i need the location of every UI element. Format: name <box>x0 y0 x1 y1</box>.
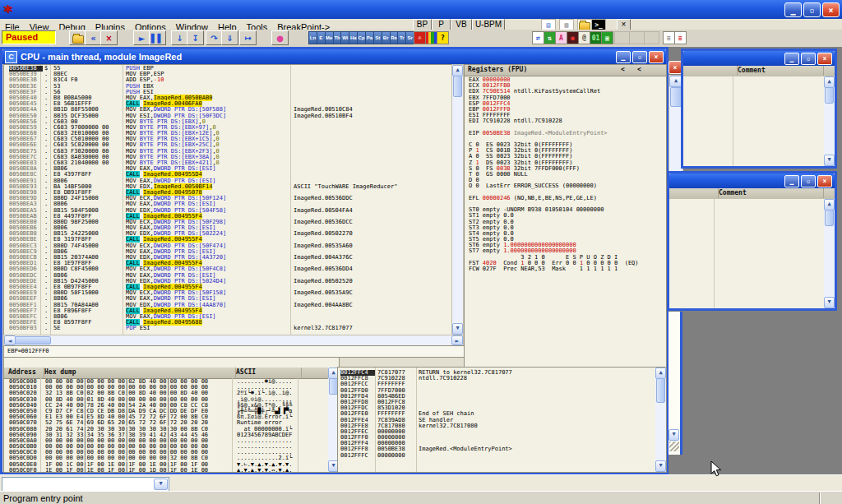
dropdown-icon[interactable]: ▼ <box>154 479 168 490</box>
animate-into-icon[interactable]: ↧ <box>187 30 204 45</box>
scroll-up-icon[interactable]: ▲ <box>824 76 835 88</box>
minimize-button[interactable]: ▁ <box>784 175 799 187</box>
open-file-icon[interactable] <box>69 30 86 45</box>
pause-icon[interactable]: ▌▌ <box>149 30 166 45</box>
close-button[interactable]: × <box>817 53 832 65</box>
page-icon[interactable]: ≡ <box>663 31 675 44</box>
help-icon[interactable]: ? <box>437 31 449 44</box>
scroll-down-icon[interactable]: ▼ <box>669 429 679 441</box>
stack-scrollbar[interactable]: ▲ ▼ <box>655 368 666 472</box>
animate-over-icon[interactable]: ⇓ <box>221 30 238 45</box>
step-over-icon[interactable]: ↷ <box>206 30 223 45</box>
disasm-row[interactable]: 0050BEFE.E8 8597F8FFCALL ImageRed.004956… <box>4 320 451 326</box>
scroll-up-icon[interactable]: ▲ <box>655 368 666 379</box>
appearance-icon[interactable] <box>425 31 437 44</box>
stack-row[interactable]: 0012FFFC00000000 <box>338 453 655 459</box>
registers-header[interactable]: Registers (FPU) < < <box>465 65 666 76</box>
empty-slot-icon[interactable] <box>644 31 659 44</box>
run-icon[interactable]: ► <box>133 30 150 45</box>
close-button[interactable]: × <box>649 51 664 63</box>
close-process-icon[interactable]: × <box>100 30 118 45</box>
disasm-row[interactable]: 0050BE9D.8B0D 24F15000MOV ECX,DWORD PTR … <box>4 196 451 201</box>
hexdump-pane[interactable]: Address Hex dump ASCII 0050C00000 00 00 … <box>3 357 340 473</box>
register-line[interactable]: O 0 LastErr ERROR_SUCCESS (00000000) <box>469 183 666 189</box>
scroll-thumb[interactable] <box>825 210 834 226</box>
execute-till-return-icon[interactable]: ↦ <box>239 30 257 45</box>
scroll-thumb[interactable] <box>825 87 834 104</box>
cpu-window-titlebar[interactable]: C CPU - main thread, module ImageRed ▁ ▫… <box>2 49 666 64</box>
disasm-row[interactable]: 0050BE83.C683 21040000 00MOV BYTE PTR DS… <box>4 160 451 166</box>
hexdump-headers[interactable]: Address Hex dump ASCII <box>4 368 339 379</box>
scroll-left-icon[interactable]: ◄ <box>4 335 16 345</box>
nav-left-icon[interactable]: < <box>637 65 641 75</box>
minimize-button[interactable]: ▁ <box>616 51 631 63</box>
console-icon[interactable]: >_ <box>591 19 606 30</box>
nav-left-icon[interactable]: < <box>621 65 625 75</box>
disasm-row[interactable]: 0050BE38$55PUSH EBP <box>4 66 451 72</box>
gear-icon[interactable]: ☼ <box>414 31 426 44</box>
side-window-top-titlebar[interactable]: ▁ ▫ × <box>683 51 835 66</box>
swap-panes-icon[interactable]: ⇄ <box>532 31 544 44</box>
maximize-button[interactable]: ▫ <box>801 175 816 187</box>
close-button[interactable]: × <box>822 2 840 17</box>
minimize-button[interactable]: ▁ <box>784 53 799 65</box>
cpu-window[interactable]: C CPU - main thread, module ImageRed ▁ ▫… <box>0 47 669 474</box>
scroll-thumb[interactable] <box>453 76 462 97</box>
disasm-row[interactable]: 0050BEF7.E8 F896F8FFCALL ImageRed.004955… <box>4 308 451 314</box>
empty-slot-icon[interactable] <box>614 31 630 44</box>
plugin-button-vb[interactable]: VB <box>451 19 472 30</box>
empty-slot-icon[interactable] <box>629 31 645 44</box>
breakpoint-flag-icon[interactable]: ● <box>271 30 289 45</box>
scroll-thumb[interactable] <box>656 378 665 403</box>
hardware-break-icon[interactable]: ● <box>567 31 579 44</box>
scroll-down-icon[interactable]: ▼ <box>824 297 835 308</box>
hidden-window-close-button[interactable]: × <box>669 61 682 74</box>
register-line[interactable]: FCW 027F Prec NEAR,53 Mask 1 1 1 1 1 1 <box>469 266 666 272</box>
disassembly-hscrollbar[interactable]: ◄ ► <box>3 335 464 346</box>
notes-icon[interactable]: ▤ <box>541 19 556 30</box>
side-window-middle-scrollbar[interactable]: ▲ ▼ <box>824 199 835 308</box>
hexdump-row[interactable]: 0050C0F01E 00 1F 00|1E 00 1F 00|1F 00 1D… <box>4 468 339 473</box>
register-line[interactable]: EFL 00000246 (NO,NB,E,BE,NS,PE,GE,LE) <box>469 196 666 201</box>
patch-page-icon[interactable]: ≡ <box>674 31 687 44</box>
side-window-middle[interactable]: ▁ ▫ × Comment ▲ ▼ <box>667 171 837 311</box>
log-icon[interactable]: ▥ <box>559 19 574 30</box>
sync-icon[interactable]: ⇅ <box>544 31 556 44</box>
command-input[interactable]: ▼ <box>2 477 169 492</box>
register-line[interactable]: EDI 7C910228 ntdll.7C910228 <box>469 118 666 124</box>
disasm-row[interactable]: 0050BE8C.E8 4397F8FFCALL ImageRed.004955… <box>4 172 451 178</box>
stack-pane[interactable]: 0012FFC47C817077RETURN to kernel32.7C817… <box>337 367 667 473</box>
folder-icon[interactable] <box>577 19 592 30</box>
assembler-icon[interactable]: A <box>555 31 567 44</box>
maximize-button[interactable]: ▫ <box>632 51 647 63</box>
scroll-down-icon[interactable]: ▼ <box>452 323 463 335</box>
scroll-up-icon[interactable]: ▲ <box>824 199 835 210</box>
disasm-row[interactable]: 0050BEB0.8B0D 98F25000MOV ECX,DWORD PTR … <box>4 220 451 225</box>
side-window-middle-titlebar[interactable]: ▁ ▫ × <box>669 173 835 188</box>
minimize-button[interactable]: ▁ <box>784 2 802 17</box>
side-window-top-scrollbar[interactable]: ▲ ▼ <box>824 76 835 166</box>
step-into-icon[interactable]: ↓ <box>171 30 188 45</box>
toolbar-close-button[interactable]: × <box>617 19 631 30</box>
scroll-down-icon[interactable]: ▼ <box>824 155 835 166</box>
scroll-thumb[interactable] <box>670 87 682 107</box>
resize-grip[interactable] <box>669 442 679 451</box>
register-line[interactable]: EIP 0050BE38 ImageRed.<ModuleEntryPoint> <box>469 131 666 136</box>
disasm-row[interactable]: 0050BEC3.8B0D 74F45000MOV ECX,DWORD PTR … <box>4 243 451 249</box>
side-window-top[interactable]: ▁ ▫ × Comment ▲ ▼ <box>681 49 837 169</box>
restore-button[interactable]: ▫ <box>803 2 821 17</box>
disasm-row[interactable]: 0050BEE9.8B0D 58F15000MOV ECX,DWORD PTR … <box>4 290 451 296</box>
spiral-icon[interactable]: @ <box>578 31 590 44</box>
column-headers[interactable]: Comment <box>683 66 835 77</box>
disasm-row[interactable]: 0050BE3E.53PUSH EBX <box>4 84 451 90</box>
disassembly-vscrollbar[interactable]: ▲ ▼ <box>451 64 464 335</box>
scroll-down-icon[interactable]: ▼ <box>655 460 666 472</box>
disasm-row[interactable]: 0050BF03.5EPOP ESIkernel32.7C817077 <box>4 326 451 331</box>
maximize-button[interactable]: ▫ <box>801 53 816 65</box>
plugin-button-bp[interactable]: BP <box>413 19 432 30</box>
plugin-button-p[interactable]: P <box>432 19 451 30</box>
disasm-row[interactable]: 0050BED6.8B0D C8F45000MOV ECX,DWORD PTR … <box>4 266 451 272</box>
registers-pane[interactable]: Registers (FPU) < < EAX 00000000ECX 0012… <box>464 64 667 368</box>
restart-back-icon[interactable]: « <box>85 30 102 45</box>
titlebar[interactable]: * ▁ ▫ × <box>0 0 842 19</box>
